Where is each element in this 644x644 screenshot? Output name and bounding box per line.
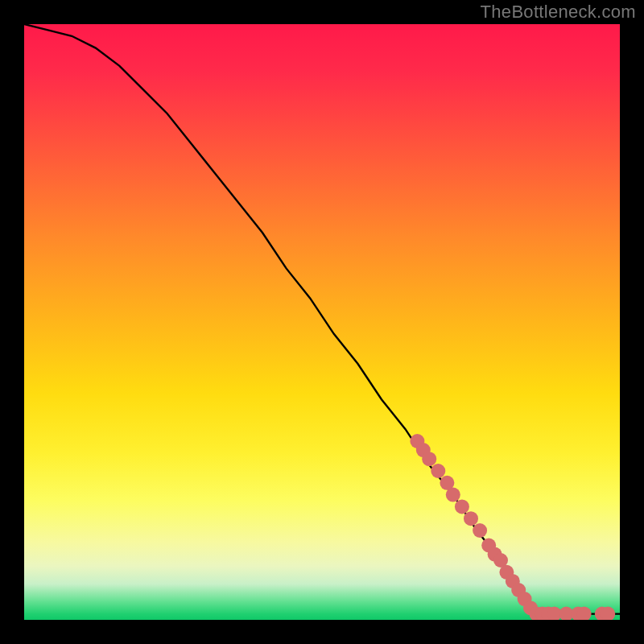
marker-point [422,452,436,466]
curve-line [24,24,620,614]
chart-frame: TheBottleneck.com [0,0,644,644]
marker-point [431,464,445,478]
marker-point [464,511,478,526]
chart-svg [24,24,620,620]
marker-point [455,499,469,514]
marker-point [473,523,487,538]
watermark-text: TheBottleneck.com [481,2,636,23]
curve-line-group [24,24,620,614]
plot-area [24,24,620,620]
highlight-markers [410,434,615,620]
marker-point [446,488,460,502]
